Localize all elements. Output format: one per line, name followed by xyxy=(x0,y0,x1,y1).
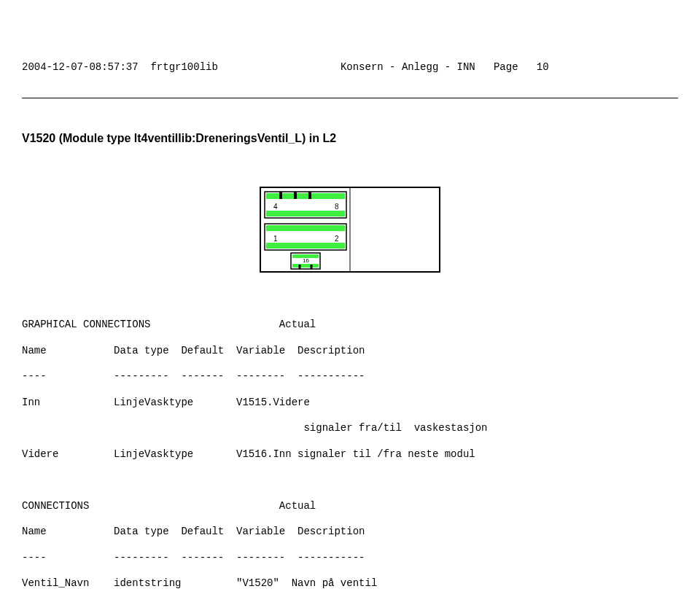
page-label: Page xyxy=(494,61,518,73)
table-header: Name Data type Default Variable Descript… xyxy=(22,345,678,358)
diagram-label-16: 16 xyxy=(303,257,309,264)
diagram-label-2: 2 xyxy=(335,235,339,243)
table-row: Inn LinjeVasktype V1515.Videre xyxy=(22,397,678,410)
graphical-connections-title: GRAPHICAL CONNECTIONS Actual xyxy=(22,319,678,332)
module-title: V1520 (Module type lt4ventillib:Drenerin… xyxy=(22,132,678,145)
timestamp: 2004-12-07-08:57:37 xyxy=(22,61,139,73)
diagram-label-1: 1 xyxy=(273,235,278,243)
table-separator: ---- --------- ------- -------- --------… xyxy=(22,552,678,565)
horizontal-rule xyxy=(22,98,678,98)
svg-rect-3 xyxy=(266,193,345,199)
connections-title: CONNECTIONS Actual xyxy=(22,500,678,513)
diagram-label-4: 4 xyxy=(273,203,278,211)
table-row: signaler fra/til vaskestasjon xyxy=(22,422,678,435)
table-row: Ventil_Navn identstring "V1520" Navn på … xyxy=(22,577,678,590)
lib-name: frtgr100lib xyxy=(150,61,217,73)
table-header: Name Data type Default Variable Descript… xyxy=(22,526,678,539)
page-number: 10 xyxy=(537,61,549,73)
module-diagram: 4 8 1 2 16 xyxy=(22,186,678,273)
svg-rect-10 xyxy=(266,243,345,249)
diagram-svg: 4 8 1 2 16 xyxy=(259,186,441,273)
table-separator: ---- --------- ------- -------- --------… xyxy=(22,370,678,383)
svg-rect-4 xyxy=(266,211,345,216)
diagram-label-8: 8 xyxy=(335,203,339,211)
svg-rect-13 xyxy=(292,264,319,268)
svg-rect-9 xyxy=(266,225,345,231)
page-header: 2004-12-07-08:57:37 frtgr100lib Konsern … xyxy=(22,61,678,73)
header-title: Konsern - Anlegg - INN xyxy=(341,61,475,73)
table-row: Videre LinjeVasktype V1516.Inn signaler … xyxy=(22,448,678,461)
